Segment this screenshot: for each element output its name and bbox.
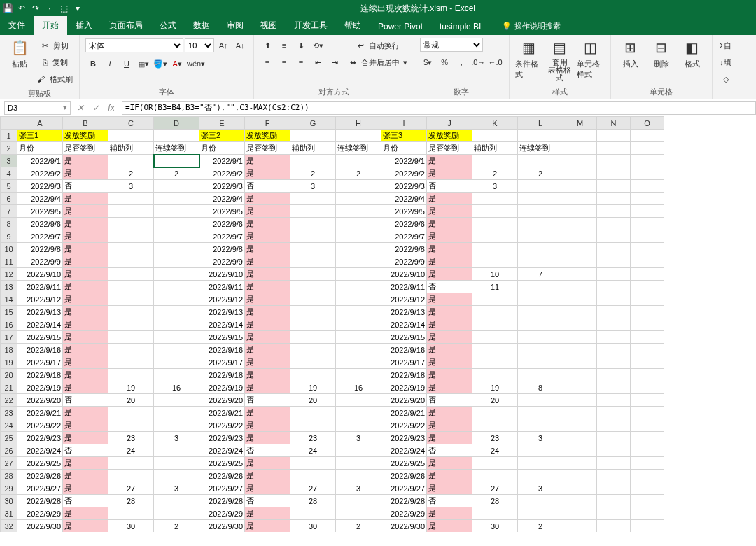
cell-A8[interactable]: 2022/9/6	[18, 218, 63, 230]
row-header-13[interactable]: 13	[1, 281, 18, 293]
cell-K31[interactable]	[472, 507, 518, 520]
cell-E2[interactable]: 月份	[200, 142, 245, 155]
cell-C26[interactable]: 24	[108, 444, 154, 457]
cell-O5[interactable]	[631, 180, 664, 192]
cell-H12[interactable]	[336, 268, 382, 281]
cell-I8[interactable]: 2022/9/6	[382, 218, 427, 230]
cell-N18[interactable]	[597, 344, 631, 356]
cell-I1[interactable]: 张三3	[382, 130, 427, 142]
font-size-select[interactable]: 10	[185, 38, 214, 52]
align-right-icon[interactable]: ≡	[293, 55, 309, 70]
cell-F26[interactable]: 否	[245, 444, 290, 457]
cell-A29[interactable]: 2022/9/27	[18, 482, 63, 495]
cell-G29[interactable]: 27	[290, 482, 336, 495]
cell-C28[interactable]	[108, 470, 154, 482]
row-header-16[interactable]: 16	[1, 318, 18, 331]
cell-N24[interactable]	[597, 419, 631, 432]
cell-L31[interactable]	[518, 507, 564, 520]
align-center-icon[interactable]: ≡	[276, 55, 292, 70]
cell-J24[interactable]: 是	[427, 419, 472, 432]
cell-H16[interactable]	[336, 318, 382, 331]
cell-K32[interactable]: 30	[472, 520, 518, 533]
cell-B28[interactable]: 是	[63, 470, 108, 482]
cell-A32[interactable]: 2022/9/30	[18, 520, 63, 533]
cell-E17[interactable]: 2022/9/15	[200, 331, 245, 344]
cell-L4[interactable]: 2	[518, 167, 564, 180]
cell-L8[interactable]	[518, 218, 564, 230]
cell-B21[interactable]: 是	[63, 382, 108, 394]
cell-N21[interactable]	[597, 382, 631, 394]
cell-K17[interactable]	[472, 331, 518, 344]
cell-E1[interactable]: 张三2	[200, 130, 245, 142]
cell-O29[interactable]	[631, 482, 664, 495]
cell-J13[interactable]: 否	[427, 281, 472, 293]
cell-F25[interactable]: 是	[245, 432, 290, 444]
cell-E28[interactable]: 2022/9/26	[200, 470, 245, 482]
cell-B3[interactable]: 是	[63, 155, 108, 167]
cell-L32[interactable]: 2	[518, 520, 564, 533]
cell-E29[interactable]: 2022/9/27	[200, 482, 245, 495]
cell-E13[interactable]: 2022/9/11	[200, 281, 245, 293]
col-header-K[interactable]: K	[472, 117, 518, 130]
cell-J19[interactable]: 是	[427, 356, 472, 369]
row-header-29[interactable]: 29	[1, 482, 18, 495]
cell-G13[interactable]	[290, 281, 336, 293]
cell-I30[interactable]: 2022/9/28	[382, 495, 427, 507]
cell-M12[interactable]	[564, 268, 597, 281]
cell-H10[interactable]	[336, 243, 382, 255]
cell-B14[interactable]: 是	[63, 293, 108, 306]
row-header-17[interactable]: 17	[1, 331, 18, 344]
cell-C13[interactable]	[108, 281, 154, 293]
formula-bar[interactable]: =IF(OR(B3=B4,B3="否"),"",C3-MAX(C$2:C2))	[122, 101, 756, 115]
cell-F23[interactable]: 是	[245, 407, 290, 419]
row-header-19[interactable]: 19	[1, 356, 18, 369]
cell-M7[interactable]	[564, 205, 597, 218]
cell-J32[interactable]: 是	[427, 520, 472, 533]
cell-E14[interactable]: 2022/9/12	[200, 293, 245, 306]
cell-L30[interactable]	[518, 495, 564, 507]
tab-文件[interactable]: 文件	[0, 16, 34, 35]
cell-O1[interactable]	[631, 130, 664, 142]
cell-L1[interactable]	[518, 130, 564, 142]
cell-D16[interactable]	[154, 318, 200, 331]
cell-L15[interactable]	[518, 306, 564, 318]
cell-F14[interactable]: 是	[245, 293, 290, 306]
cell-N12[interactable]	[597, 268, 631, 281]
cell-B9[interactable]: 是	[63, 230, 108, 243]
row-header-25[interactable]: 25	[1, 432, 18, 444]
cell-G5[interactable]: 3	[290, 180, 336, 192]
cell-C27[interactable]	[108, 457, 154, 470]
cell-O8[interactable]	[631, 218, 664, 230]
cell-E4[interactable]: 2022/9/2	[200, 167, 245, 180]
cell-B27[interactable]: 是	[63, 457, 108, 470]
cell-K26[interactable]: 24	[472, 444, 518, 457]
cell-D15[interactable]	[154, 306, 200, 318]
cell-A9[interactable]: 2022/9/7	[18, 230, 63, 243]
cell-H30[interactable]	[336, 495, 382, 507]
cell-C1[interactable]	[108, 130, 154, 142]
cell-I24[interactable]: 2022/9/22	[382, 419, 427, 432]
cell-J5[interactable]: 否	[427, 180, 472, 192]
format-painter-button[interactable]: 🖌 格式刷	[36, 71, 74, 87]
cell-L25[interactable]: 3	[518, 432, 564, 444]
cell-O12[interactable]	[631, 268, 664, 281]
cell-F8[interactable]: 是	[245, 218, 290, 230]
cell-G8[interactable]	[290, 218, 336, 230]
cell-E3[interactable]: 2022/9/1	[200, 155, 245, 167]
cell-M17[interactable]	[564, 331, 597, 344]
cell-O18[interactable]	[631, 344, 664, 356]
cell-A2[interactable]: 月份	[18, 142, 63, 155]
cell-O6[interactable]	[631, 192, 664, 205]
cell-K29[interactable]: 27	[472, 482, 518, 495]
cell-A26[interactable]: 2022/9/24	[18, 444, 63, 457]
cell-H26[interactable]	[336, 444, 382, 457]
cell-M22[interactable]	[564, 394, 597, 407]
cell-A7[interactable]: 2022/9/5	[18, 205, 63, 218]
cell-J11[interactable]: 是	[427, 255, 472, 268]
paste-button[interactable]: 📋 粘贴	[6, 38, 34, 69]
cell-B11[interactable]: 是	[63, 255, 108, 268]
cell-K1[interactable]	[472, 130, 518, 142]
cell-M16[interactable]	[564, 318, 597, 331]
row-header-20[interactable]: 20	[1, 369, 18, 382]
col-header-E[interactable]: E	[200, 117, 245, 130]
